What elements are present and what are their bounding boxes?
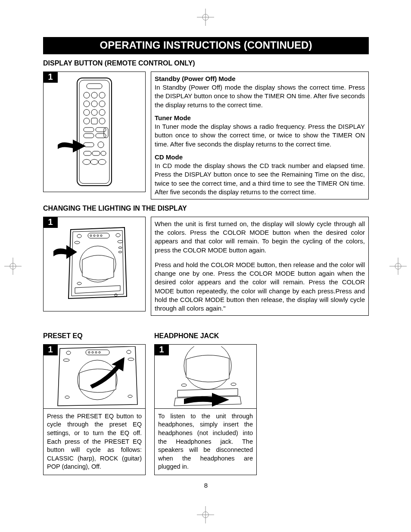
svg-point-67: [181, 384, 187, 386]
svg-rect-35: [92, 151, 100, 156]
svg-rect-34: [84, 151, 91, 156]
lighting-text-2: Press and hold the COLOR MODE button, th…: [155, 261, 365, 313]
crop-mark-left-icon: [4, 258, 22, 275]
svg-point-37: [83, 159, 90, 165]
svg-point-38: [90, 159, 98, 165]
svg-point-57: [88, 352, 90, 353]
svg-point-59: [95, 352, 97, 353]
preset-eq-illustration: 1: [43, 344, 146, 409]
svg-point-52: [77, 282, 81, 285]
headphone-illustration: 1: [154, 344, 257, 409]
svg-point-46: [100, 235, 102, 236]
svg-point-54: [66, 351, 71, 355]
svg-rect-12: [77, 78, 112, 186]
svg-point-68: [231, 383, 236, 386]
remote-control-illustration: 1: [43, 72, 146, 192]
remote-control-icon: [56, 76, 133, 188]
svg-point-65: [128, 395, 132, 398]
crop-mark-right-icon: [389, 258, 407, 275]
section-headphone-heading: HEADPHONE JACK: [154, 331, 257, 341]
svg-point-64: [65, 396, 69, 398]
svg-rect-27: [84, 128, 94, 132]
crop-mark-bottom-icon: [197, 506, 214, 523]
svg-point-22: [91, 109, 97, 115]
step-badge: 1: [43, 344, 58, 355]
step-badge: 1: [43, 72, 58, 83]
svg-point-60: [99, 352, 100, 353]
svg-point-23: [99, 109, 105, 115]
svg-rect-36: [101, 151, 106, 156]
svg-point-49: [118, 247, 122, 249]
svg-point-41: [116, 233, 120, 237]
step-badge: 1: [154, 344, 169, 355]
svg-point-47: [75, 241, 80, 244]
page-title-banner: OPERATING INSTRUCTIONS (CONTINUED): [43, 37, 369, 54]
stereo-unit-icon: [51, 221, 137, 307]
crop-mark-top-icon: [197, 9, 214, 26]
svg-point-17: [99, 92, 105, 98]
cd-mode-heading: CD Mode: [155, 153, 365, 162]
svg-point-61: [63, 359, 69, 361]
headphone-text: To listen to the unit through headphones…: [154, 409, 257, 475]
section-preset-eq-heading: PRESET EQ: [43, 331, 146, 341]
svg-point-50: [118, 251, 122, 253]
page-content: OPERATING INSTRUCTIONS (CONTINUED) DISPL…: [43, 37, 369, 490]
section-lighting-heading: CHANGING THE LIGHTING IN THE DISPLAY: [43, 204, 369, 213]
svg-point-15: [84, 92, 90, 98]
svg-point-48: [118, 240, 123, 243]
svg-point-16: [91, 92, 97, 98]
section-display-button-heading: DISPLAY BUTTON (REMOTE CONTROL ONLY): [43, 59, 369, 68]
svg-point-53: [115, 294, 117, 296]
lighting-description: When the unit is first turned on, the di…: [151, 217, 369, 316]
stereo-front-icon: [49, 346, 140, 407]
svg-rect-14: [87, 84, 102, 89]
svg-point-33: [98, 142, 104, 148]
lighting-text-1: When the unit is first turned on, the di…: [155, 220, 365, 255]
svg-point-40: [77, 234, 81, 238]
svg-point-62: [128, 358, 134, 361]
svg-point-21: [84, 109, 90, 115]
svg-point-19: [91, 101, 97, 107]
stereo-unit-illustration: 1: [43, 217, 146, 311]
svg-point-55: [127, 350, 131, 354]
svg-rect-29: [84, 134, 94, 138]
svg-point-44: [93, 235, 95, 236]
svg-rect-56: [86, 350, 109, 355]
svg-point-43: [90, 235, 92, 236]
svg-point-39: [98, 159, 106, 165]
tuner-mode-heading: Tuner Mode: [155, 114, 365, 122]
svg-point-24: [84, 118, 90, 124]
standby-mode-text: In Standby (Power Off) mode the display …: [155, 83, 365, 109]
svg-point-45: [97, 235, 99, 236]
preset-eq-text: Press the PRESET EQ button to cycle thro…: [43, 409, 146, 475]
page-number: 8: [43, 481, 369, 490]
step-badge: 1: [43, 217, 58, 228]
svg-point-25: [99, 118, 105, 124]
cd-mode-text: In CD mode the display shows the CD trac…: [155, 162, 365, 196]
standby-mode-heading: Standby (Power Off) Mode: [155, 75, 365, 83]
svg-point-18: [84, 101, 90, 107]
svg-point-58: [92, 352, 93, 353]
svg-rect-26: [91, 118, 97, 124]
tuner-mode-text: In Tuner mode the display shows a radio …: [155, 122, 365, 149]
stereo-lower-icon: [160, 346, 251, 407]
svg-point-20: [99, 101, 105, 107]
display-button-description: Standby (Power Off) Mode In Standby (Pow…: [151, 72, 369, 199]
